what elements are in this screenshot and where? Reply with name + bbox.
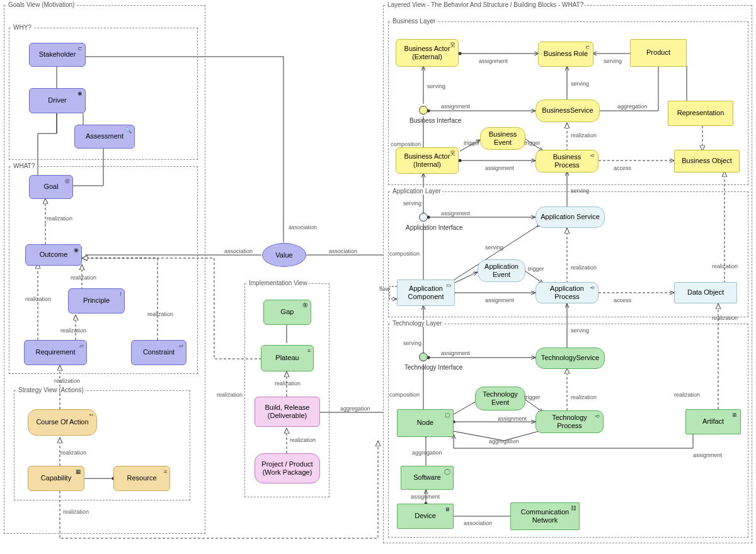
diagram-canvas: Goals View (Motivation) WHY? WHAT? Strat… [0, 0, 756, 554]
node-assessment[interactable]: Assessment🔍 [74, 125, 135, 149]
node-business-interface[interactable] [419, 106, 428, 115]
actor-icon: 웃 [450, 42, 455, 48]
node-business-role[interactable]: Business Role⊂ [538, 42, 593, 67]
node-stakeholder[interactable]: Stakeholder⊂ [29, 43, 86, 67]
edge-label: realization [290, 437, 316, 443]
label: Principle [83, 297, 110, 305]
edge-label: assignment [498, 416, 527, 422]
frame-label: Business Layer [391, 18, 437, 25]
edge-label: aggregation [489, 438, 519, 444]
edge-label: association [289, 224, 317, 230]
node-value[interactable]: Value [262, 243, 306, 267]
edge-label: realization [63, 509, 89, 515]
node-driver[interactable]: Driver✱ [29, 88, 86, 113]
label: Goal [43, 183, 58, 191]
node-application-component[interactable]: Application Component▭ [397, 280, 455, 306]
edge-label: serving [604, 58, 622, 64]
frame-label: Strategy View (Actions) [17, 387, 85, 393]
device-icon: 🖥 [445, 506, 450, 513]
node-data-object[interactable]: Data Object [674, 282, 737, 303]
edge-label: composition [389, 251, 420, 257]
node-business-actor-internal[interactable]: Business Actor (Internal)웃 [396, 147, 459, 174]
edge-label: access [614, 297, 631, 303]
node-business-object[interactable]: Business Object [674, 150, 740, 172]
node-technology-interface[interactable] [419, 353, 428, 361]
label: Software [413, 473, 440, 482]
frame-label: Layered View - The Behavior And Structur… [386, 1, 585, 8]
node-constraint[interactable]: Constraint▱ [131, 340, 186, 365]
network-icon: ⛓ [571, 505, 576, 512]
node-product[interactable]: Product [630, 39, 687, 67]
edge-label: association [464, 520, 492, 526]
node-gap[interactable]: Gap⦿ [263, 300, 311, 325]
component-icon: ▭ [446, 282, 452, 289]
course-of-action-icon: ➳ [89, 412, 94, 419]
edge-label: assignment [441, 103, 470, 110]
label: Business Process [540, 153, 594, 169]
node-workpackage[interactable]: Project / Product (Work Package) [255, 453, 320, 483]
label: Build, Release (Deliverable) [259, 404, 316, 420]
node-resource[interactable]: Resource≡ [113, 466, 170, 491]
node-application-process[interactable]: Application Process➪ [536, 282, 598, 303]
edge-label: realization [60, 327, 86, 334]
node-outcome[interactable]: Outcome◉ [25, 244, 82, 266]
label: Business Object [682, 157, 731, 165]
node-technology-process[interactable]: Technology Process➪ [536, 410, 604, 433]
node-artifact[interactable]: Artifact🗎 [685, 409, 741, 434]
label: Technology Event [479, 390, 521, 407]
edge-label: serving [571, 81, 589, 87]
edge-label: serving [571, 188, 589, 194]
node-deliverable[interactable]: Build, Release (Deliverable) [255, 397, 320, 427]
node-goal[interactable]: Goal◎ [29, 175, 73, 199]
gap-icon: ⦿ [302, 302, 308, 309]
label: Driver [48, 96, 66, 105]
node-representation[interactable]: Representation [668, 101, 733, 126]
edge-label: realization [674, 392, 700, 398]
edge-label: assignment [485, 297, 514, 303]
label-app-interface: Application Interface [406, 224, 463, 231]
label: Data Object [687, 288, 724, 297]
node-capability[interactable]: Capability▦ [28, 466, 84, 491]
node-principle[interactable]: Principle! [68, 288, 125, 314]
node-requirement[interactable]: Requirement▱ [24, 340, 87, 365]
outcome-icon: ◉ [74, 247, 79, 254]
label: Representation [677, 109, 724, 117]
node-application-interface[interactable] [419, 213, 428, 222]
frame-label: Technology Layer [391, 320, 443, 327]
node-device[interactable]: Device🖥 [397, 504, 454, 529]
node-course-of-action[interactable]: Course Of Action➳ [28, 409, 97, 436]
label: Value [275, 251, 292, 259]
node-business-event[interactable]: Business Event [480, 127, 525, 150]
driver-icon: ✱ [77, 91, 83, 98]
label: Course Of Action [36, 418, 88, 426]
label: Communication Network [515, 508, 575, 524]
process-icon: ➪ [590, 285, 595, 291]
label-business-interface: Business Interface [410, 117, 461, 124]
label: Product [646, 48, 670, 57]
edge-label: serving [403, 340, 421, 346]
edge-label: serving [427, 83, 445, 89]
requirement-icon: ▱ [79, 342, 84, 349]
process-icon: ➪ [595, 413, 600, 420]
label: Outcome [40, 251, 68, 259]
node-technology-service[interactable]: TechnologyService [536, 348, 605, 369]
node-node[interactable]: Node▢ [397, 409, 454, 437]
frame-label: WHY? [12, 24, 33, 31]
capability-icon: ▦ [76, 468, 81, 475]
node-business-service[interactable]: BusinessService [536, 99, 600, 122]
node-application-service[interactable]: Application Service [536, 206, 605, 228]
edge-label: realization [54, 378, 80, 384]
node-communication-network[interactable]: Communication Network⛓ [510, 502, 580, 530]
node-business-process[interactable]: Business Process➪ [536, 150, 598, 172]
node-plateau[interactable]: Plateau≡ [261, 345, 314, 371]
goal-icon: ◎ [65, 178, 70, 184]
node-application-event[interactable]: Application Event [478, 259, 525, 282]
edge-label: realization [25, 296, 51, 302]
node-business-actor-external[interactable]: Business Actor (External)웃 [396, 39, 459, 67]
edge-label: assignment [479, 58, 508, 64]
node-software[interactable]: Software◯ [401, 466, 454, 490]
edge-label: assignment [693, 452, 722, 458]
frame-label: Application Layer [391, 188, 442, 195]
edge-label: association [224, 248, 253, 254]
node-technology-event[interactable]: Technology Event [475, 387, 525, 410]
